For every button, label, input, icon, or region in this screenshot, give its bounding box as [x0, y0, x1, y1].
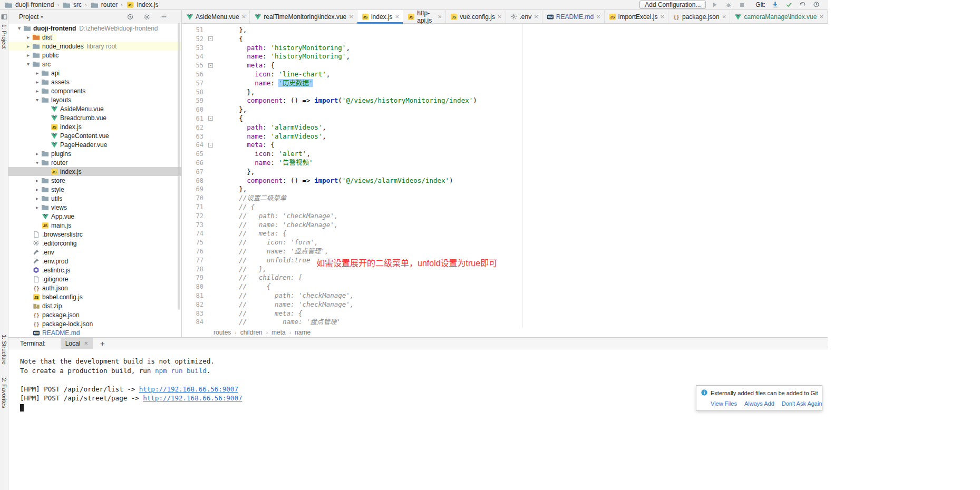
tree-item-src[interactable]: ▾src	[8, 60, 181, 68]
tab-http-api-js[interactable]: JShttp-api.js×	[403, 10, 446, 23]
chevron-right-icon[interactable]: ▸	[34, 195, 41, 201]
new-terminal-button[interactable]: +	[100, 339, 105, 348]
debug-icon[interactable]	[723, 0, 733, 9]
chevron-down-icon[interactable]: ▾	[25, 61, 32, 67]
breadcrumb-item-router[interactable]: router	[90, 1, 118, 9]
tab-env[interactable]: .env×	[506, 10, 542, 23]
line-number[interactable]: 66	[182, 159, 215, 168]
commit-icon[interactable]	[784, 0, 794, 9]
tree-item-eslintrc-js[interactable]: .eslintrc.js	[8, 266, 181, 275]
tool-window-button-favorites[interactable]: 2: Favorites	[0, 378, 8, 408]
editor-breadcrumb-children[interactable]: children	[240, 329, 263, 336]
chevron-right-icon[interactable]: ▸	[34, 88, 41, 94]
close-icon[interactable]: ×	[84, 339, 88, 347]
code-line[interactable]: component: () => import('@/views/history…	[215, 96, 828, 105]
tree-item-style[interactable]: ▸style	[8, 185, 181, 194]
chevron-down-icon[interactable]: ▾	[16, 25, 23, 31]
editor[interactable]: 5152-535455-565758596061-626364-65666768…	[182, 24, 828, 328]
line-number[interactable]: 60	[182, 105, 215, 114]
don-t-ask-again-link[interactable]: Don't Ask Again	[782, 400, 822, 407]
tree-item-index-js[interactable]: JSindex.js	[8, 122, 181, 131]
line-number[interactable]: 57	[182, 79, 215, 88]
code-line[interactable]: },	[215, 88, 828, 97]
line-number[interactable]: 74	[182, 229, 215, 238]
tree-item-plugins[interactable]: ▸plugins	[8, 149, 181, 158]
tab-asidemenu-vue[interactable]: AsideMenu.vue×	[182, 10, 250, 23]
close-icon[interactable]: ×	[722, 14, 726, 19]
line-number[interactable]: 63	[182, 132, 215, 141]
tree-item-utils[interactable]: ▸utils	[8, 194, 181, 203]
tree-item-components[interactable]: ▸components	[8, 86, 181, 95]
tree-item-env-prod[interactable]: .env.prod	[8, 257, 181, 266]
line-number[interactable]: 61-	[182, 114, 215, 123]
chevron-right-icon[interactable]: ▸	[34, 187, 41, 192]
tree-item-babel-config-js[interactable]: JSbabel.config.js	[8, 292, 181, 301]
chevron-right-icon[interactable]: ▸	[34, 178, 41, 183]
fold-marker-icon[interactable]: -	[208, 63, 213, 68]
chevron-right-icon[interactable]: ▸	[34, 79, 41, 85]
chevron-right-icon[interactable]: ▸	[25, 34, 32, 40]
revert-icon[interactable]	[798, 0, 808, 9]
line-number[interactable]: 83	[182, 309, 215, 318]
tree-item-layouts[interactable]: ▾layouts	[8, 95, 181, 104]
code-line[interactable]: // icon: 'form',	[215, 238, 828, 247]
code-line[interactable]: // path: 'checkManage',	[215, 291, 828, 300]
code-line[interactable]: name: 'alarmVideos',	[215, 132, 828, 141]
line-number[interactable]: 51	[182, 26, 215, 35]
breadcrumb-item-duoji-frontend[interactable]: duoji-frontend	[4, 1, 54, 9]
line-number[interactable]: 75	[182, 238, 215, 247]
code-line[interactable]: // meta: {	[215, 309, 828, 318]
always-add-link[interactable]: Always Add	[744, 400, 774, 407]
line-number[interactable]: 69	[182, 185, 215, 194]
editor-breadcrumb-name[interactable]: name	[295, 329, 311, 336]
tool-window-button-structure[interactable]: 1: Structure	[0, 335, 8, 365]
code-line[interactable]: path: 'alarmVideos',	[215, 123, 828, 132]
close-icon[interactable]: ×	[660, 14, 664, 19]
code-line[interactable]: // name: '盘点管理',	[215, 247, 828, 256]
tree-item-pagecontent-vue[interactable]: PageContent.vue	[8, 131, 181, 140]
tree-item-editorconfig[interactable]: .editorconfig	[8, 239, 181, 248]
code-line[interactable]: icon: 'alert',	[215, 150, 828, 159]
project-tree-scrollbar[interactable]	[178, 23, 180, 310]
update-icon[interactable]	[770, 0, 780, 9]
code-line[interactable]: {	[215, 35, 828, 44]
code-line[interactable]: {	[215, 114, 828, 123]
project-view-dropdown[interactable]: Project ▾	[19, 13, 43, 21]
line-number[interactable]: 59	[182, 96, 215, 105]
close-icon[interactable]: ×	[349, 14, 353, 19]
line-number[interactable]: 77	[182, 256, 215, 265]
close-icon[interactable]: ×	[498, 14, 502, 19]
view-files-link[interactable]: View Files	[711, 400, 737, 407]
tree-item-dist[interactable]: ▸dist	[8, 33, 181, 42]
code-line[interactable]: },	[215, 185, 828, 194]
code-line[interactable]: // meta: {	[215, 229, 828, 238]
line-number[interactable]: 56	[182, 70, 215, 79]
code-line[interactable]: },	[215, 26, 828, 35]
chevron-down-icon[interactable]: ▾	[34, 97, 41, 103]
fold-marker-icon[interactable]: -	[208, 36, 213, 41]
code-area[interactable]: }, { path: 'historyMonitoring', name: 'h…	[215, 24, 828, 327]
code-line[interactable]: path: 'historyMonitoring',	[215, 44, 828, 53]
line-number[interactable]: 64-	[182, 141, 215, 150]
close-icon[interactable]: ×	[242, 14, 246, 19]
tab-package-json[interactable]: {}package.json×	[668, 10, 730, 23]
tree-item-package-lock-json[interactable]: {}package-lock.json	[8, 319, 181, 328]
tree-item-browserslistrc[interactable]: .browserslistrc	[8, 230, 181, 239]
code-line[interactable]: meta: {	[215, 61, 828, 70]
breadcrumb-item-src[interactable]: src	[62, 1, 82, 9]
line-number[interactable]: 68	[182, 177, 215, 185]
code-line[interactable]: name: '告警视频'	[215, 159, 828, 168]
code-line[interactable]: //设置二级菜单	[215, 194, 828, 203]
code-line[interactable]: // {	[215, 203, 828, 212]
chevron-down-icon[interactable]: ▾	[34, 160, 41, 165]
line-number[interactable]: 82	[182, 300, 215, 309]
code-line[interactable]: name: 'historyMonitoring',	[215, 52, 828, 61]
terminal-link[interactable]: http://192.168.66.56:9007	[139, 385, 238, 393]
tab-index-js[interactable]: JSindex.js×	[357, 10, 403, 23]
tab-readme-md[interactable]: MDREADME.md×	[542, 10, 605, 23]
editor-breadcrumb-meta[interactable]: meta	[271, 329, 286, 336]
chevron-right-icon[interactable]: ▸	[34, 204, 41, 210]
settings-icon[interactable]	[142, 13, 152, 22]
line-number[interactable]: 73	[182, 221, 215, 230]
tree-item-package-json[interactable]: {}package.json	[8, 310, 181, 319]
